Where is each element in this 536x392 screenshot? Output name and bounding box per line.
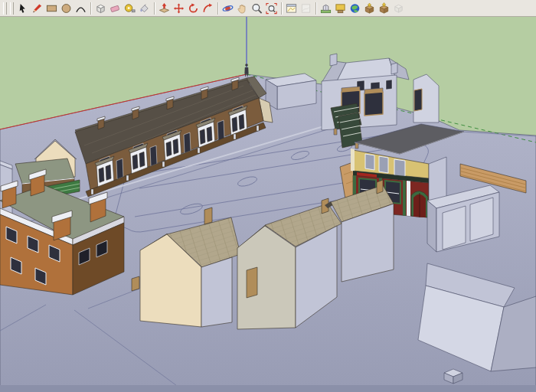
tool-components[interactable]: [391, 1, 406, 15]
tool-rectangle[interactable]: [44, 1, 59, 15]
tool-zoom[interactable]: [250, 1, 264, 15]
viewport-3d[interactable]: [0, 17, 536, 392]
tool-push-pull[interactable]: [157, 1, 172, 15]
zoom-icon: [251, 2, 263, 15]
rotate-icon: [188, 2, 199, 15]
toolbar-separator: [154, 2, 155, 15]
tool-photo-textures[interactable]: [333, 1, 348, 15]
tool-follow-me[interactable]: [201, 1, 215, 15]
components-icon: [393, 2, 404, 15]
chimney: [204, 207, 212, 224]
make-component-icon: [95, 2, 106, 15]
tool-place-model[interactable]: [319, 1, 333, 15]
tool-select[interactable]: [15, 1, 30, 15]
get-models-icon: [364, 2, 375, 15]
place-model-icon: [320, 2, 332, 15]
tool-pan[interactable]: [235, 1, 250, 15]
toggle-terrain-icon: [300, 2, 312, 15]
get-current-view-icon: [286, 2, 297, 15]
tool-zoom-extents[interactable]: [264, 1, 279, 15]
orbit-icon: [222, 2, 234, 15]
arc-icon: [75, 2, 87, 15]
tool-circle[interactable]: [59, 1, 74, 15]
shop-chimney: [391, 63, 397, 74]
toolbar-separator: [281, 2, 282, 15]
pub-arch-door: [411, 191, 428, 217]
pan-icon: [237, 2, 248, 15]
toolbar-grip[interactable]: [3, 2, 7, 15]
model-view: [0, 17, 536, 392]
garage-door: [443, 206, 466, 250]
paint-bucket-icon: [139, 2, 150, 15]
toolbar-separator: [90, 2, 91, 15]
gray-box-building: [266, 74, 316, 109]
toolbar: [0, 0, 536, 17]
select-icon: [17, 2, 28, 15]
tool-move[interactable]: [172, 1, 186, 15]
tool-line[interactable]: [30, 1, 44, 15]
tool-get-current-view[interactable]: [284, 1, 299, 15]
push-pull-icon: [159, 2, 170, 15]
tool-toggle-terrain[interactable]: [299, 1, 313, 15]
rectangle-icon: [46, 2, 57, 15]
photo-textures-icon: [335, 2, 346, 15]
follow-me-icon: [202, 2, 214, 15]
share-model-icon: [378, 2, 390, 15]
tool-tape-measure[interactable]: [123, 1, 137, 15]
line-icon: [31, 2, 43, 15]
circle-icon: [60, 2, 72, 15]
viewport-bottom-edge: [0, 385, 536, 392]
tool-rotate[interactable]: [186, 1, 201, 15]
toolbar-grip[interactable]: [10, 2, 14, 15]
tool-google-earth[interactable]: [348, 1, 362, 15]
post-box: [132, 276, 139, 291]
toolbar-separator: [217, 2, 218, 15]
sketchup-window: [0, 0, 536, 392]
tool-arc[interactable]: [74, 1, 88, 15]
google-earth-icon: [349, 2, 361, 15]
tool-share-model[interactable]: [377, 1, 391, 15]
shop-chimney: [330, 54, 337, 66]
toolbar-tools: [15, 1, 406, 15]
move-icon: [173, 2, 185, 15]
tape-measure-icon: [124, 2, 136, 15]
garage-door: [470, 198, 493, 241]
chimney: [377, 180, 383, 194]
toolbar-separator: [315, 2, 316, 15]
eraser-icon: [109, 2, 121, 15]
zoom-extents-icon: [266, 2, 277, 15]
tool-paint-bucket[interactable]: [137, 1, 152, 15]
tool-eraser[interactable]: [108, 1, 123, 15]
house-door: [247, 267, 257, 298]
tool-get-models[interactable]: [362, 1, 377, 15]
tool-make-component[interactable]: [93, 1, 108, 15]
tool-orbit[interactable]: [221, 1, 235, 15]
